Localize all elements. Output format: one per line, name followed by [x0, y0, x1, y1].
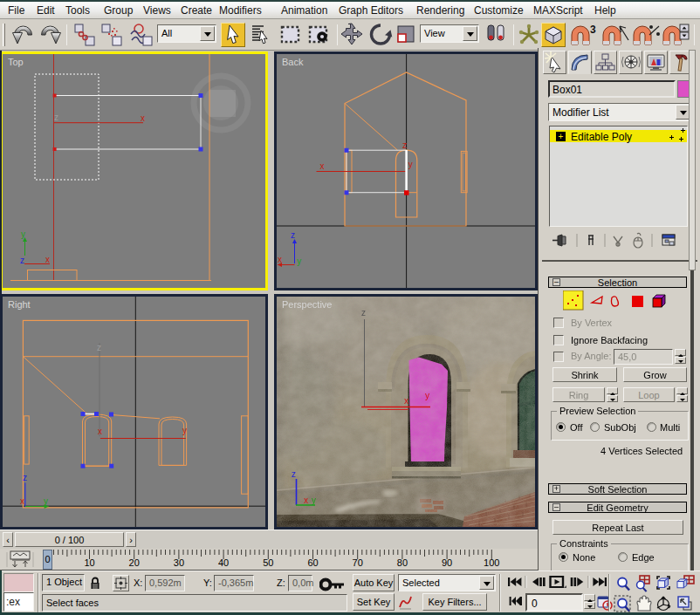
svg-text:40: 40	[218, 557, 229, 568]
svg-text:y: y	[408, 160, 413, 169]
svg-text:y: y	[21, 229, 25, 239]
svg-text:y: y	[44, 496, 48, 506]
svg-text:x: x	[141, 113, 145, 123]
svg-text:3: 3	[590, 24, 596, 36]
svg-text:z: z	[23, 473, 27, 482]
svg-text:60: 60	[307, 557, 318, 568]
svg-text:z: z	[402, 140, 407, 150]
svg-text:z: z	[291, 230, 295, 240]
svg-text:y: y	[297, 256, 301, 266]
svg-text:y: y	[182, 426, 187, 435]
svg-text:100: 100	[484, 557, 499, 568]
svg-text:80: 80	[397, 557, 408, 568]
svg-text:x: x	[278, 255, 282, 264]
svg-text:x: x	[404, 396, 408, 406]
svg-text:90: 90	[442, 557, 452, 568]
svg-text:z: z	[54, 113, 58, 122]
svg-text:70: 70	[353, 557, 363, 568]
svg-text:30: 30	[174, 557, 184, 568]
svg-text:x: x	[98, 427, 102, 436]
svg-text:20: 20	[129, 557, 140, 568]
svg-text:z: z	[292, 469, 296, 479]
svg-text:50: 50	[263, 557, 273, 568]
svg-text:y: y	[425, 391, 429, 400]
svg-text:x: x	[320, 161, 325, 171]
svg-text:z: z	[20, 256, 24, 265]
svg-text:10: 10	[84, 557, 94, 568]
svg-text:x: x	[20, 496, 24, 506]
svg-text:x: x	[304, 495, 308, 505]
svg-text:x: x	[45, 255, 50, 264]
svg-text:z: z	[361, 308, 366, 318]
svg-text:y: y	[312, 495, 316, 505]
svg-text:z: z	[97, 343, 101, 352]
